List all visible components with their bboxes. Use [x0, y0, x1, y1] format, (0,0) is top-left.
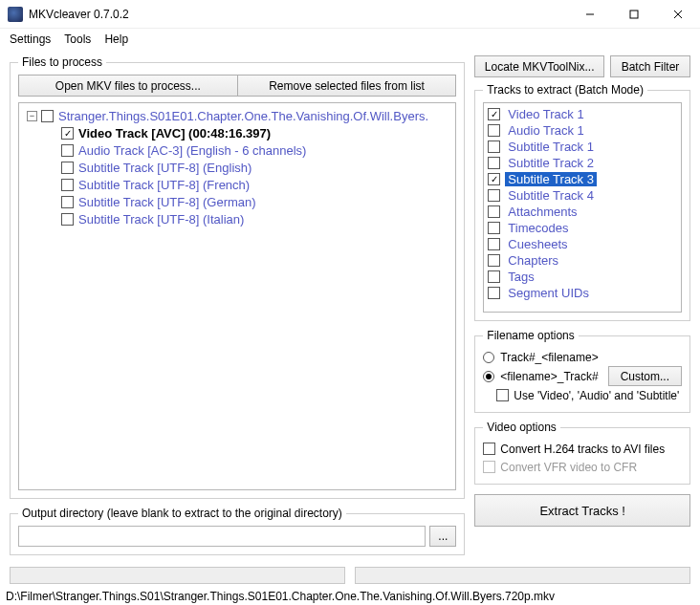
extract-track-row[interactable]: Video Track 1: [488, 106, 677, 122]
file-label[interactable]: Stranger.Things.S01E01.Chapter.One.The.V…: [58, 109, 428, 123]
track-checkbox[interactable]: [61, 144, 74, 157]
extract-track-row[interactable]: Subtitle Track 4: [488, 187, 677, 204]
extract-track-checkbox[interactable]: [488, 205, 500, 218]
close-button[interactable]: [656, 0, 700, 29]
file-checkbox[interactable]: [41, 110, 54, 122]
extract-track-row[interactable]: Subtitle Track 2: [488, 155, 677, 171]
track-checkbox[interactable]: [61, 179, 74, 191]
extract-track-label: Subtitle Track 2: [505, 156, 597, 170]
extract-track-row[interactable]: Segment UIDs: [488, 285, 677, 301]
convert-vfr-label: Convert VFR video to CFR: [500, 461, 637, 474]
extract-track-label: Tags: [505, 270, 536, 284]
track-checkbox[interactable]: [61, 196, 74, 208]
progress-bar-2: [355, 567, 690, 584]
convert-h264-label: Convert H.264 tracks to AVI files: [500, 443, 665, 456]
extract-track-checkbox[interactable]: [488, 108, 500, 120]
extract-track-row[interactable]: Tags: [488, 269, 677, 285]
filename-options-group: Filename options Track#_<filename> <file…: [474, 329, 690, 413]
output-directory-group: Output directory (leave blank to extract…: [10, 507, 465, 555]
batch-filter-button[interactable]: Batch Filter: [610, 55, 690, 77]
tracks-list[interactable]: Video Track 1Audio Track 1Subtitle Track…: [483, 102, 682, 313]
svg-rect-1: [630, 11, 638, 18]
outdir-legend: Output directory (leave blank to extract…: [18, 507, 346, 520]
filename-legend: Filename options: [483, 329, 578, 342]
extract-track-checkbox[interactable]: [488, 173, 500, 185]
locate-mkvtoolnix-button[interactable]: Locate MKVToolNix...: [474, 55, 604, 77]
radio-track-first-label: Track#_<filename>: [500, 351, 598, 364]
track-checkbox[interactable]: [61, 127, 74, 140]
minimize-button[interactable]: [568, 0, 612, 29]
video-opts-legend: Video options: [483, 421, 560, 434]
extract-track-checkbox[interactable]: [488, 189, 500, 202]
extract-track-checkbox[interactable]: [488, 270, 500, 283]
menubar: Settings Tools Help: [0, 29, 700, 50]
track-checkbox[interactable]: [61, 162, 74, 174]
track-label[interactable]: Subtitle Track [UTF-8] (French): [78, 178, 250, 192]
extract-track-row[interactable]: Audio Track 1: [488, 122, 677, 139]
video-options-group: Video options Convert H.264 tracks to AV…: [474, 421, 690, 485]
menu-help[interactable]: Help: [104, 32, 128, 46]
custom-filename-button[interactable]: Custom...: [608, 366, 682, 386]
radio-track-first[interactable]: [483, 352, 494, 363]
extract-track-row[interactable]: Cuesheets: [488, 236, 677, 252]
menu-tools[interactable]: Tools: [64, 32, 91, 46]
extract-track-label: Chapters: [505, 253, 561, 268]
extract-track-checkbox[interactable]: [488, 222, 500, 234]
track-label[interactable]: Audio Track [AC-3] (English - 6 channels…: [78, 143, 306, 158]
tracks-legend: Tracks to extract (Batch Mode): [483, 83, 647, 97]
files-legend: Files to process: [18, 55, 106, 69]
track-label[interactable]: Video Track [AVC] (00:48:16.397): [78, 126, 271, 140]
track-checkbox[interactable]: [61, 213, 74, 226]
maximize-button[interactable]: [612, 0, 656, 29]
extract-track-label: Segment UIDs: [505, 286, 592, 300]
extract-track-checkbox[interactable]: [488, 124, 500, 137]
window-title: MKVcleaver 0.7.0.2: [29, 8, 568, 21]
radio-filename-first[interactable]: [483, 371, 494, 382]
extract-track-checkbox[interactable]: [488, 140, 500, 153]
extract-track-label: Subtitle Track 3: [505, 172, 597, 186]
tree-expander-icon[interactable]: −: [27, 111, 37, 121]
extract-track-checkbox[interactable]: [488, 287, 500, 299]
convert-h264-checkbox[interactable]: [483, 443, 495, 455]
extract-track-row[interactable]: Subtitle Track 3: [488, 171, 677, 187]
titlebar: MKVcleaver 0.7.0.2: [0, 0, 700, 29]
use-track-type-names-label: Use 'Video', 'Audio' and 'Subtitle': [514, 389, 679, 402]
extract-track-checkbox[interactable]: [488, 238, 500, 250]
extract-track-label: Timecodes: [505, 221, 571, 235]
output-directory-input[interactable]: [18, 526, 426, 547]
extract-tracks-button[interactable]: Extract Tracks !: [474, 494, 690, 527]
extract-track-row[interactable]: Subtitle Track 1: [488, 139, 677, 155]
extract-track-checkbox[interactable]: [488, 254, 500, 267]
files-tree[interactable]: −Stranger.Things.S01E01.Chapter.One.The.…: [18, 102, 456, 490]
menu-settings[interactable]: Settings: [10, 32, 51, 46]
extract-track-label: Video Track 1: [505, 107, 586, 121]
track-label[interactable]: Subtitle Track [UTF-8] (English): [78, 161, 252, 175]
extract-track-checkbox[interactable]: [488, 157, 500, 169]
extract-track-row[interactable]: Chapters: [488, 252, 677, 269]
track-label[interactable]: Subtitle Track [UTF-8] (Italian): [78, 212, 244, 227]
files-to-process-group: Files to process Open MKV files to proce…: [10, 55, 465, 499]
track-label[interactable]: Subtitle Track [UTF-8] (German): [78, 195, 256, 209]
extract-track-row[interactable]: Attachments: [488, 204, 677, 220]
extract-track-label: Cuesheets: [505, 237, 570, 251]
open-files-button[interactable]: Open MKV files to process...: [18, 75, 238, 97]
extract-track-label: Attachments: [505, 205, 580, 219]
use-track-type-names-checkbox[interactable]: [496, 389, 509, 401]
extract-track-label: Audio Track 1: [505, 123, 587, 138]
extract-track-label: Subtitle Track 4: [505, 188, 597, 203]
extract-track-label: Subtitle Track 1: [505, 140, 597, 154]
remove-files-button[interactable]: Remove selected files from list: [238, 75, 457, 97]
progress-bar-1: [10, 567, 345, 584]
radio-filename-first-label: <filename>_Track#: [500, 370, 598, 383]
convert-vfr-checkbox: [483, 461, 495, 473]
browse-button[interactable]: ...: [429, 526, 456, 547]
extract-track-row[interactable]: Timecodes: [488, 220, 677, 236]
status-bar: D:\Filmer\Stranger.Things.S01\Stranger.T…: [0, 586, 700, 605]
tracks-to-extract-group: Tracks to extract (Batch Mode) Video Tra…: [474, 83, 690, 321]
app-icon: [8, 7, 23, 22]
